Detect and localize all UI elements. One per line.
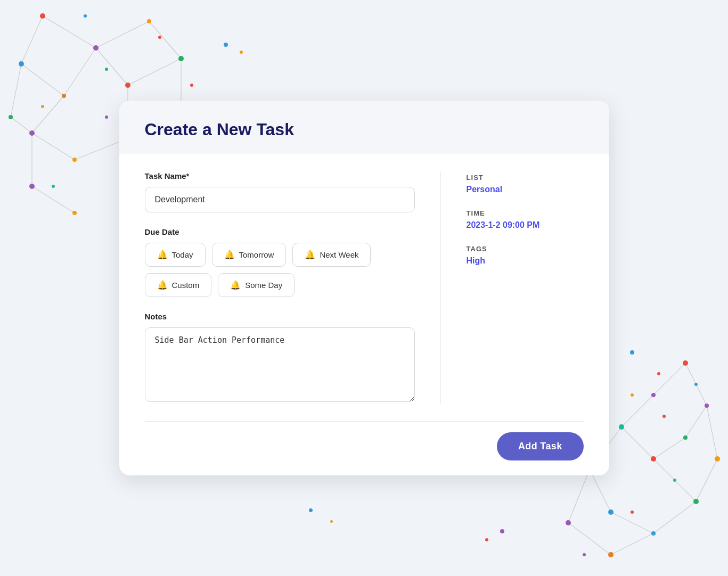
svg-point-69 (566, 520, 571, 525)
svg-point-22 (178, 56, 184, 61)
svg-line-7 (128, 59, 181, 85)
due-date-tomorrow-button[interactable]: 🔔 Tomorrow (212, 243, 287, 267)
svg-line-6 (96, 48, 128, 85)
svg-line-15 (11, 64, 21, 117)
svg-line-8 (32, 96, 64, 133)
svg-point-25 (125, 83, 130, 88)
add-task-label: Add Task (518, 441, 562, 451)
svg-line-2 (149, 21, 181, 59)
task-name-field: Task Name* (145, 171, 415, 212)
svg-point-19 (40, 13, 45, 19)
svg-point-61 (651, 531, 656, 536)
svg-point-65 (651, 456, 656, 462)
due-date-some-day-button[interactable]: 🔔 Some Day (218, 273, 295, 297)
notes-section: Notes Side Bar Action Performance (145, 312, 415, 404)
svg-line-43 (696, 459, 717, 501)
tags-section: TAGS High (467, 245, 584, 266)
bell-icon-next-week: 🔔 (305, 250, 315, 260)
bell-icon-today: 🔔 (157, 250, 168, 260)
due-date-next-week-button[interactable]: 🔔 Next Week (292, 243, 371, 267)
list-label: LIST (467, 174, 584, 182)
task-name-label: Task Name* (145, 171, 415, 180)
svg-point-68 (683, 435, 688, 440)
modal-footer: Add Task (119, 422, 609, 475)
bell-icon-custom: 🔔 (157, 280, 168, 290)
due-date-buttons-group: 🔔 Today 🔔 Tomorrow 🔔 Next Week 🔔 Custom (145, 243, 415, 297)
svg-line-41 (685, 363, 707, 406)
task-name-input[interactable] (145, 187, 415, 212)
svg-line-3 (21, 16, 43, 64)
modal-title: Create a New Task (145, 120, 584, 139)
svg-point-67 (608, 509, 614, 515)
svg-point-77 (630, 350, 634, 355)
svg-point-75 (631, 511, 634, 514)
svg-point-39 (52, 185, 55, 188)
svg-point-40 (190, 84, 193, 87)
due-date-next-week-label: Next Week (320, 250, 358, 259)
svg-point-58 (705, 404, 709, 408)
time-value[interactable]: 2023-1-2 09:00 PM (467, 220, 584, 230)
svg-point-71 (662, 415, 666, 418)
due-date-some-day-label: Some Day (245, 281, 282, 290)
svg-line-52 (611, 512, 653, 533)
svg-point-60 (693, 499, 699, 504)
svg-line-49 (653, 459, 696, 501)
time-section: TIME 2023-1-2 09:00 PM (467, 209, 584, 230)
svg-point-37 (41, 105, 44, 108)
svg-point-76 (583, 553, 586, 556)
svg-line-9 (32, 133, 75, 160)
modal-right-column: LIST Personal TIME 2023-1-2 09:00 PM TAG… (467, 171, 584, 404)
svg-line-54 (653, 438, 685, 459)
due-date-today-button[interactable]: 🔔 Today (145, 243, 206, 267)
svg-line-17 (32, 186, 75, 213)
svg-point-36 (105, 68, 108, 71)
svg-point-34 (84, 14, 87, 18)
notes-input[interactable]: Side Bar Action Performance (145, 327, 415, 402)
svg-point-27 (72, 158, 77, 162)
due-date-today-label: Today (172, 250, 193, 259)
add-task-button[interactable]: Add Task (497, 432, 584, 460)
svg-point-72 (631, 393, 634, 397)
svg-point-35 (158, 36, 161, 39)
due-date-label: Due Date (145, 227, 415, 236)
svg-line-16 (11, 117, 32, 133)
svg-point-63 (651, 393, 656, 397)
svg-line-51 (590, 470, 611, 512)
svg-point-79 (657, 372, 660, 375)
modal-header: Create a New Task (119, 101, 609, 154)
svg-point-64 (619, 424, 624, 430)
notes-label: Notes (145, 312, 415, 321)
svg-point-62 (608, 552, 614, 557)
due-date-custom-button[interactable]: 🔔 Custom (145, 273, 212, 297)
due-date-custom-label: Custom (172, 281, 200, 290)
svg-line-53 (685, 406, 707, 438)
svg-point-20 (93, 45, 99, 51)
svg-line-5 (64, 48, 96, 96)
svg-line-46 (653, 363, 685, 395)
svg-point-59 (715, 456, 720, 462)
time-label: TIME (467, 209, 584, 217)
list-value[interactable]: Personal (467, 185, 584, 194)
bell-icon-tomorrow: 🔔 (224, 250, 235, 260)
modal-body: Task Name* Due Date 🔔 Today 🔔 Tomorrow (119, 154, 609, 421)
due-date-tomorrow-label: Tomorrow (239, 250, 274, 259)
svg-line-56 (568, 523, 611, 555)
svg-point-21 (147, 19, 151, 23)
tags-value[interactable]: High (467, 256, 584, 266)
svg-point-26 (29, 130, 35, 136)
create-task-modal: Create a New Task Task Name* Due Date 🔔 … (119, 101, 609, 475)
due-date-section: Due Date 🔔 Today 🔔 Tomorrow 🔔 Next Week (145, 227, 415, 297)
svg-line-44 (653, 501, 696, 533)
tags-label: TAGS (467, 245, 584, 253)
svg-line-42 (707, 406, 717, 459)
svg-line-47 (621, 395, 653, 427)
bell-icon-some-day: 🔔 (230, 280, 241, 290)
svg-line-1 (96, 21, 149, 48)
svg-point-33 (72, 211, 77, 215)
list-section: LIST Personal (467, 174, 584, 194)
svg-line-48 (621, 427, 653, 459)
svg-point-38 (105, 116, 108, 119)
svg-point-24 (62, 94, 66, 98)
svg-point-23 (19, 61, 24, 67)
svg-point-57 (683, 360, 688, 366)
